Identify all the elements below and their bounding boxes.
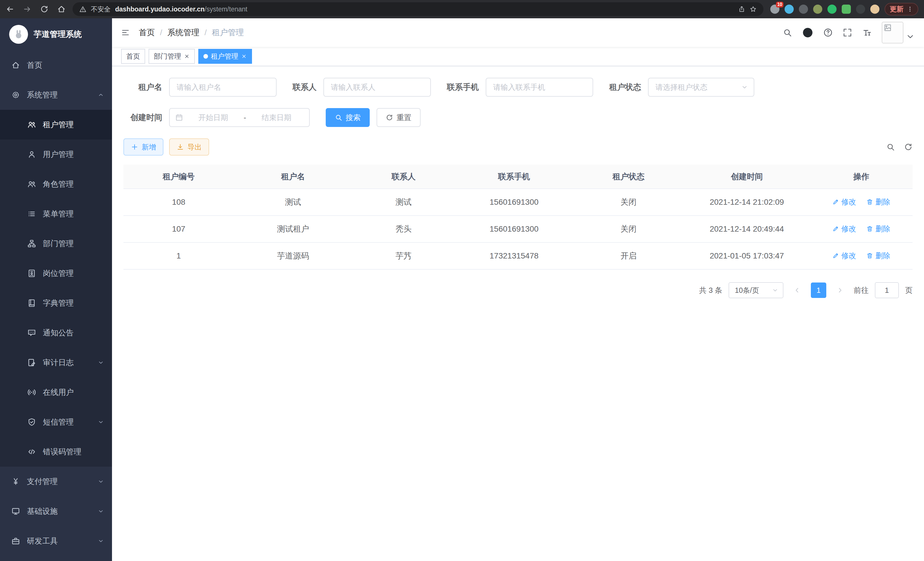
cell-phone: 17321315478 (455, 242, 573, 269)
col-header-actions: 操作 (810, 165, 913, 189)
sidebar-item-tenant-management[interactable]: 租户管理 (0, 110, 112, 140)
sidebar-item-sms-management[interactable]: 短信管理 (0, 407, 112, 437)
goto-page-input[interactable] (875, 282, 899, 298)
sidebar-item-label: 审计日志 (43, 357, 74, 368)
update-button[interactable]: 更新 (885, 3, 918, 15)
extension-icon[interactable] (827, 5, 837, 14)
goto-label: 前往 (854, 285, 868, 295)
export-button[interactable]: 导出 (169, 138, 209, 156)
comment-icon (27, 329, 36, 337)
extension-icon[interactable] (813, 5, 822, 14)
menu-dots-icon[interactable] (907, 6, 913, 12)
sidebar-item-system-management[interactable]: 系统管理 (0, 80, 112, 110)
tenant-name-input[interactable] (169, 78, 277, 97)
sidebar-item-menu-management[interactable]: 菜单管理 (0, 199, 112, 229)
delete-link[interactable]: 删除 (866, 251, 890, 261)
contact-input[interactable] (323, 78, 431, 97)
sidebar-item-role-management[interactable]: 角色管理 (0, 169, 112, 199)
edit-link[interactable]: 修改 (832, 197, 856, 207)
date-range-picker[interactable]: 开始日期 - 结束日期 (169, 108, 310, 127)
sidebar-item-label: 系统管理 (27, 90, 58, 100)
extension-icon[interactable] (842, 5, 851, 14)
sidebar-item-online-users[interactable]: 在线用户 (0, 378, 112, 407)
cell-contact: 测试 (352, 189, 455, 216)
profile-avatar[interactable] (870, 5, 879, 14)
sidebar-item-dict-management[interactable]: 字典管理 (0, 288, 112, 318)
url-domain: dashboard.yudao.iocoder.cn (115, 5, 205, 13)
toolbar-right (886, 143, 913, 151)
page-content: 租户名 联系人 联系手机 租户状态 请选择租户状态 (112, 66, 924, 561)
help-icon[interactable] (824, 28, 832, 37)
tags-view: 首页 部门管理 租户管理 (112, 47, 924, 66)
home-icon[interactable] (57, 5, 66, 14)
font-size-icon[interactable] (862, 28, 872, 37)
sidebar-item-infrastructure[interactable]: 基础设施 (0, 496, 112, 526)
toggle-search-icon[interactable] (886, 143, 895, 151)
fullscreen-icon[interactable] (843, 28, 852, 37)
phone-input[interactable] (486, 78, 593, 97)
tab-home[interactable]: 首页 (121, 49, 145, 64)
github-icon[interactable] (802, 27, 813, 38)
sidebar-item-user-management[interactable]: 用户管理 (0, 140, 112, 169)
sidebar-item-dept-management[interactable]: 部门管理 (0, 229, 112, 259)
breadcrumb-item[interactable]: 首页 (139, 27, 155, 38)
user-avatar-menu[interactable] (882, 22, 915, 44)
breadcrumb-item[interactable]: 系统管理 (167, 27, 200, 38)
create-time-label: 创建时间 (123, 112, 162, 123)
forward-icon[interactable] (23, 5, 32, 14)
status-select[interactable]: 请选择租户状态 (648, 78, 754, 97)
tab-dept-management[interactable]: 部门管理 (148, 49, 195, 64)
search-icon[interactable] (783, 28, 792, 37)
close-icon[interactable] (184, 53, 190, 59)
delete-link[interactable]: 删除 (866, 224, 890, 234)
sidebar-item-error-code-management[interactable]: 错误码管理 (0, 437, 112, 467)
sidebar-toggle-icon[interactable] (121, 28, 130, 37)
search-button[interactable]: 搜索 (326, 108, 370, 127)
reset-button[interactable]: 重置 (376, 108, 421, 127)
next-page-button[interactable] (832, 283, 848, 298)
refresh-table-icon[interactable] (904, 143, 913, 151)
page-size-select[interactable]: 10条/页 (729, 282, 783, 298)
close-icon[interactable] (241, 53, 247, 59)
sidebar-item-audit-log[interactable]: 审计日志 (0, 348, 112, 378)
extension-icon[interactable] (856, 5, 865, 14)
sidebar-item-payment-management[interactable]: 支付管理 (0, 467, 112, 496)
chevron-down-icon (772, 287, 778, 293)
extension-icon[interactable]: 10 (770, 5, 779, 14)
avatar (882, 22, 903, 44)
sidebar-item-home[interactable]: 首页 (0, 50, 112, 80)
cell-tenant-id: 108 (123, 189, 234, 216)
rabbit-icon (14, 29, 24, 39)
cell-actions: 修改 删除 (810, 189, 913, 216)
tab-tenant-management[interactable]: 租户管理 (198, 49, 252, 64)
reload-icon[interactable] (40, 5, 49, 14)
edit-link[interactable]: 修改 (832, 224, 856, 234)
prev-page-button[interactable] (790, 283, 805, 298)
bookmark-star-icon[interactable] (750, 6, 757, 13)
col-header-created: 创建时间 (684, 165, 810, 189)
back-icon[interactable] (6, 5, 14, 14)
refresh-icon (386, 114, 393, 121)
sidebar-item-post-management[interactable]: 岗位管理 (0, 259, 112, 288)
broadcast-icon (27, 388, 36, 397)
cell-created: 2021-01-05 17:03:47 (684, 242, 810, 269)
status-label: 租户状态 (609, 82, 641, 93)
extension-icon[interactable] (784, 5, 794, 14)
delete-link[interactable]: 删除 (866, 197, 890, 207)
address-bar[interactable]: 不安全 dashboard.yudao.iocoder.cn/system/te… (73, 2, 764, 16)
page-number-button[interactable]: 1 (811, 283, 826, 298)
plus-icon (131, 143, 138, 151)
cell-actions: 修改 删除 (810, 242, 913, 269)
top-navbar: 首页 / 系统管理 / 租户管理 (112, 18, 924, 47)
extension-icon[interactable] (799, 5, 808, 14)
edit-link[interactable]: 修改 (832, 251, 856, 261)
calendar-icon (176, 114, 183, 121)
yen-icon (11, 477, 20, 486)
share-icon[interactable] (738, 6, 745, 13)
sidebar-item-notice[interactable]: 通知公告 (0, 318, 112, 348)
col-header-status: 租户状态 (573, 165, 684, 189)
sidebar-item-dev-tools[interactable]: 研发工具 (0, 526, 112, 556)
trash-icon (866, 225, 873, 232)
table-header-row: 租户编号 租户名 联系人 联系手机 租户状态 创建时间 操作 (123, 165, 913, 189)
add-button[interactable]: 新增 (123, 138, 164, 156)
